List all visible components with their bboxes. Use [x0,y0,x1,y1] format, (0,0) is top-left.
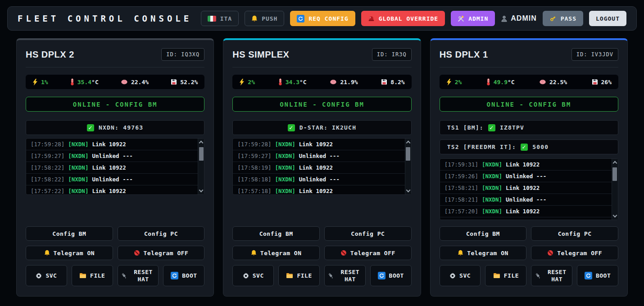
log-message: Unlinked --- [299,176,340,183]
config-bm-button[interactable]: Config BM [26,226,113,241]
reset-hat-button[interactable]: RESET HAT [324,265,366,286]
status-badge: ONLINE - CONFIG BM [440,97,618,112]
check-icon: ✓ [288,124,295,131]
scroll-down-icon[interactable] [406,188,410,193]
boot-button[interactable]: BOOT [370,265,412,286]
req-config-button[interactable]: REQ CONFIG [290,11,355,26]
file-button[interactable]: FILE [72,265,113,286]
reset-hat-label: RESET HAT [545,269,569,283]
log-tag: [NXDN] [482,161,502,168]
cpu-value: 22.4% [131,79,149,86]
log-tag: [NXDN] [275,141,295,148]
timeslot-label: TS1 [BM]: [447,124,484,131]
config-pc-button[interactable]: Config PC [531,226,618,241]
boot-label: BOOT [182,272,197,279]
timeslot-row-ts2: TS2 [FREEDMR IT]: ✓ 5000 [440,140,618,154]
password-button[interactable]: PASS [543,11,583,26]
scroll-up-icon[interactable] [199,141,204,145]
language-button[interactable]: ITA [201,11,239,26]
stats-bar: 2% 49.9°C 22.5% 26% [440,75,618,89]
scroll-up-icon[interactable] [613,161,617,166]
logout-button[interactable]: LOGOUT [589,11,626,26]
log-time: [17:58:21] [444,184,478,191]
log-panel[interactable]: [17:59:31][NXDN]Link 10922 [17:59:26][NX… [440,158,618,220]
log-row: [17:59:27][NXDN]Unlinked --- [26,150,204,162]
log-row: [17:59:31][NXDN]Link 10922 [440,159,618,171]
log-scrollbar[interactable] [405,139,411,194]
temperature-unit: °C [91,79,99,86]
disk-stat: 52.2% [171,79,198,86]
log-row: [17:59:26][NXDN]Unlinked --- [440,171,618,182]
log-tag: [NXDN] [68,188,88,194]
telegram-on-label: Telegram ON [467,250,508,256]
scrollbar-thumb[interactable] [612,167,617,181]
log-time: [17:57:18] [237,188,271,194]
timeslot-value: IZ8TPV [500,124,524,131]
folder-icon [79,273,86,279]
telegram-on-button[interactable]: Telegram ON [26,246,113,260]
device-id-badge: ID: IR3Q [372,48,412,61]
log-time: [17:59:27] [237,153,271,159]
scroll-up-icon[interactable] [406,141,410,145]
config-bm-button[interactable]: Config BM [232,226,320,241]
log-time: [17:58:22] [31,164,64,171]
brain-icon [330,79,337,85]
disk-stat: 26% [592,79,612,86]
disk-stat: 8.2% [381,79,404,86]
config-bm-button[interactable]: Config BM [440,226,527,241]
log-message: Link 10922 [506,161,540,168]
card-title: HS SIMPLEX [232,50,289,60]
scrollbar-thumb[interactable] [406,147,410,161]
global-override-button[interactable]: GLOBAL OVERRIDE [361,11,445,26]
stats-bar: 2% 34.3°C 21.9% 8.2% [232,75,411,89]
log-tag: [NXDN] [275,176,295,183]
log-panel[interactable]: [17:59:28][NXDN]Link 10922 [17:59:27][NX… [26,138,204,195]
log-panel[interactable]: [17:59:28][NXDN]Link 10922 [17:59:27][NX… [232,138,411,195]
svc-button[interactable]: SVC [26,265,67,286]
admin-panel-button[interactable]: ADMIN [451,11,495,26]
log-row: [17:58:22][NXDN]Link 10922 [26,162,204,174]
telegram-off-button[interactable]: Telegram OFF [324,246,412,260]
svc-button[interactable]: SVC [232,265,274,286]
boot-button[interactable]: BOOT [577,265,618,286]
reset-hat-button[interactable]: RESET HAT [531,265,572,286]
file-button[interactable]: FILE [278,265,320,286]
scrollbar-thumb[interactable] [199,147,204,161]
temperature-value: 34.3 [286,79,299,86]
temperature-unit: °C [508,79,515,86]
hammer-wrench-icon [458,15,464,22]
file-button[interactable]: FILE [485,265,526,286]
log-row: [17:57:22][NXDN]Link 10922 [26,185,204,195]
config-bm-label: Config BM [466,230,500,237]
log-time: [17:59:31] [444,161,478,168]
sync-arrows-icon [171,272,178,279]
log-message: Link 10922 [92,164,126,171]
log-row: [17:59:28][NXDN]Link 10922 [233,139,411,150]
telegram-off-button[interactable]: Telegram OFF [531,246,618,260]
telegram-off-label: Telegram OFF [557,250,602,256]
push-button[interactable]: PUSH [245,11,284,26]
network-label: D-STAR: IK2UCH [299,124,356,131]
status-badge: ONLINE - CONFIG BM [232,97,411,112]
battery-stat: 1% [32,79,48,86]
log-message: Link 10922 [299,188,333,194]
scroll-down-icon[interactable] [199,188,204,193]
telegram-on-button[interactable]: Telegram ON [440,246,527,260]
sync-arrows-icon [378,272,385,279]
log-scrollbar[interactable] [612,159,618,220]
pass-label: PASS [561,15,576,22]
svc-button[interactable]: SVC [440,265,481,286]
language-label: ITA [220,15,232,22]
log-tag: [NXDN] [482,196,502,203]
config-pc-button[interactable]: Config PC [118,226,205,241]
config-pc-button[interactable]: Config PC [324,226,412,241]
floppy-disk-icon [381,79,387,85]
telegram-off-button[interactable]: Telegram OFF [118,246,205,260]
telegram-on-button[interactable]: Telegram ON [232,246,320,260]
boot-button[interactable]: BOOT [163,265,204,286]
scroll-down-icon[interactable] [613,213,617,218]
boot-label: BOOT [389,272,404,279]
log-time: [17:57:22] [31,188,64,194]
reset-hat-button[interactable]: RESET HAT [118,265,159,286]
log-scrollbar[interactable] [198,139,204,194]
